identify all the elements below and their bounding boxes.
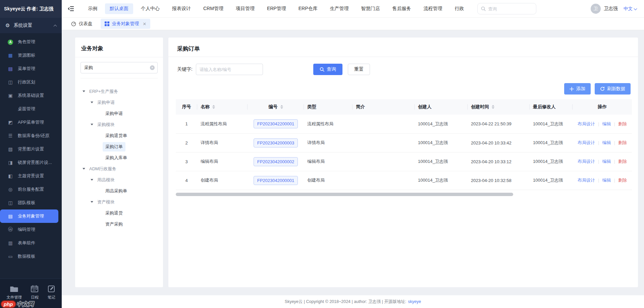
footer: Skyeye云 | Copyright © 2018~2024 | author… bbox=[62, 295, 644, 308]
scrollbar-thumb[interactable] bbox=[176, 193, 513, 196]
edit-link[interactable]: 编辑 bbox=[602, 140, 611, 145]
edit-link[interactable]: 编辑 bbox=[602, 178, 611, 183]
topnav-item-3[interactable]: 报表设计 bbox=[167, 3, 196, 14]
close-icon[interactable]: ✕ bbox=[143, 21, 147, 26]
column-header-6[interactable]: 创建时间 bbox=[468, 99, 530, 115]
sidebar-item-10[interactable]: ◧主题背景设置 bbox=[0, 169, 62, 183]
tree-node-7[interactable]: ADM行政服务 bbox=[78, 163, 160, 174]
tree-node-4[interactable]: 采购退货单 bbox=[78, 130, 160, 141]
topnav-item-12[interactable]: 行政 bbox=[450, 3, 469, 14]
topnav-item-10[interactable]: 售后服务 bbox=[387, 3, 416, 14]
sort-icon[interactable] bbox=[492, 105, 494, 109]
topnav-item-8[interactable]: 生产管理 bbox=[325, 3, 353, 14]
dock-item-2[interactable]: 笔记 bbox=[48, 285, 55, 300]
topnav-item-1[interactable]: 默认桌面 bbox=[105, 3, 133, 14]
layout-design-link[interactable]: 布局设计 bbox=[578, 140, 595, 145]
sidebar-item-1[interactable]: ▦资源图标 bbox=[0, 49, 62, 62]
sort-icon[interactable] bbox=[212, 105, 215, 109]
table-actions: 添加 刷新数据 bbox=[168, 80, 638, 99]
code-badge: FP2023042200001 bbox=[254, 119, 298, 128]
dock-item-0[interactable]: 文件管理 bbox=[6, 285, 22, 300]
cell-created-time: 2023-04-20 10:33:42 bbox=[468, 133, 530, 152]
layout-design-link[interactable]: 布局设计 bbox=[578, 121, 595, 126]
reset-button[interactable]: 重置 bbox=[348, 64, 370, 75]
watermark-php-logo: php bbox=[1, 300, 16, 308]
column-header-2[interactable]: 编号 bbox=[248, 99, 304, 115]
edit-link[interactable]: 编辑 bbox=[602, 159, 611, 164]
sidebar-item-15[interactable]: ▥表单组件 bbox=[0, 236, 62, 250]
topnav-item-7[interactable]: ERP仓库 bbox=[294, 3, 322, 14]
sidebar-item-11[interactable]: ◎前台服务配置 bbox=[0, 183, 62, 196]
tree-node-11[interactable]: 采购退货 bbox=[78, 207, 160, 219]
sidebar-item-8[interactable]: ▧背景图片设置 bbox=[0, 142, 62, 156]
tree-node-1[interactable]: 采购申请 bbox=[78, 97, 160, 108]
query-button[interactable]: 查询 bbox=[313, 64, 342, 75]
topnav-item-2[interactable]: 个人中心 bbox=[136, 3, 164, 14]
tree-node-2[interactable]: 采购申请 bbox=[78, 108, 160, 119]
language-label: 中文 bbox=[624, 6, 633, 12]
page-tab-0[interactable]: 仪表盘 bbox=[67, 19, 97, 29]
sort-icon[interactable] bbox=[280, 105, 283, 109]
layout-design-link[interactable]: 布局设计 bbox=[578, 178, 595, 183]
cell-creator: 100014_卫志强 bbox=[415, 133, 468, 152]
topnav-item-4[interactable]: CRM管理 bbox=[199, 3, 228, 14]
language-switcher[interactable]: 中文 bbox=[624, 6, 637, 12]
topnav-item-6[interactable]: ERP管理 bbox=[262, 3, 291, 14]
footer-link[interactable]: skyeye bbox=[408, 299, 421, 304]
edit-link[interactable]: 编辑 bbox=[602, 121, 611, 126]
tree-node-12[interactable]: 资产采购 bbox=[78, 219, 160, 230]
sidebar-item-13[interactable]: ▤业务对象管理 bbox=[0, 209, 58, 223]
global-search-input[interactable] bbox=[488, 6, 533, 11]
sidebar-item-0[interactable]: A角色管理 bbox=[0, 35, 62, 49]
tree-node-label: 采购订单 bbox=[103, 142, 125, 151]
cell-code: FP2023042200001 bbox=[248, 115, 304, 133]
tree-node-0[interactable]: ERP+生产服务 bbox=[78, 86, 160, 97]
cell-no: 1 bbox=[176, 115, 197, 133]
tree-search-input[interactable] bbox=[80, 62, 158, 73]
page-tab-1[interactable]: 业务对象管理✕ bbox=[101, 19, 151, 29]
delete-link[interactable]: 删除 bbox=[618, 140, 627, 145]
delete-link[interactable]: 删除 bbox=[618, 178, 627, 183]
tree-node-8[interactable]: 用品模块 bbox=[78, 174, 160, 185]
layout-design-link[interactable]: 布局设计 bbox=[578, 159, 595, 164]
refresh-button[interactable]: 刷新数据 bbox=[595, 83, 631, 95]
global-search[interactable] bbox=[477, 3, 536, 14]
topnav-item-0[interactable]: 示例 bbox=[83, 3, 102, 14]
action-divider: | bbox=[614, 121, 615, 126]
sidebar-item-6[interactable]: ◩APP菜单管理 bbox=[0, 116, 62, 129]
tree-node-5[interactable]: 采购订单 bbox=[78, 141, 160, 152]
app-logo: Skyeye云 作者: 卫志强 bbox=[0, 0, 62, 18]
tree-node-6[interactable]: 采购入库单 bbox=[78, 152, 160, 163]
dock-item-1[interactable]: 日程 bbox=[31, 285, 39, 300]
sidebar-item-4[interactable]: ▣系统基础设置 bbox=[0, 89, 62, 102]
column-header-3: 类型 bbox=[304, 99, 353, 115]
sidebar-section-system-settings[interactable]: ⚙ 系统设置 bbox=[0, 18, 62, 33]
topnav-item-5[interactable]: 项目管理 bbox=[231, 3, 259, 14]
sidebar-item-5[interactable]: 桌面管理 bbox=[0, 102, 62, 116]
cell-modifier: 100014_卫志强 bbox=[530, 152, 573, 171]
menu-manage-icon: ▤ bbox=[7, 66, 13, 71]
delete-link[interactable]: 删除 bbox=[618, 159, 627, 164]
sidebar-item-16[interactable]: ▭数据模板 bbox=[0, 250, 62, 263]
sidebar-item-14[interactable]: Ⓦ编码管理 bbox=[0, 223, 62, 236]
keyword-input[interactable] bbox=[196, 64, 263, 75]
tree-node-10[interactable]: 资产模块 bbox=[78, 196, 160, 207]
user-menu[interactable]: 卫 卫志强 中文 bbox=[591, 4, 637, 14]
add-button[interactable]: 添加 bbox=[564, 83, 591, 95]
sidebar-item-7[interactable]: ☰数据库备份/还原 bbox=[0, 129, 62, 142]
column-header-1[interactable]: 名称 bbox=[197, 99, 248, 115]
sidebar-item-3[interactable]: ◫行政区划 bbox=[0, 75, 62, 89]
tree-node-3[interactable]: 采购模块 bbox=[78, 119, 160, 130]
cell-type: 编辑布局 bbox=[304, 152, 353, 171]
sidebar-collapse-icon[interactable] bbox=[66, 4, 75, 13]
cell-created-time: 2023-04-22 21:50:39 bbox=[468, 115, 530, 133]
cell-modifier: 100014_卫志强 bbox=[530, 115, 573, 133]
topnav-item-9[interactable]: 智慧门店 bbox=[356, 3, 384, 14]
delete-link[interactable]: 删除 bbox=[618, 121, 627, 126]
sidebar-item-2[interactable]: ▤菜单管理 bbox=[0, 62, 62, 75]
tree-node-9[interactable]: 用品采购单 bbox=[78, 185, 160, 196]
sidebar-item-12[interactable]: ◫团队模板 bbox=[0, 196, 62, 209]
clear-icon[interactable]: ✕ bbox=[150, 65, 155, 70]
sidebar-item-9[interactable]: ◨锁屏背景图片设... bbox=[0, 156, 62, 169]
topnav-item-11[interactable]: 流程管理 bbox=[419, 3, 447, 14]
